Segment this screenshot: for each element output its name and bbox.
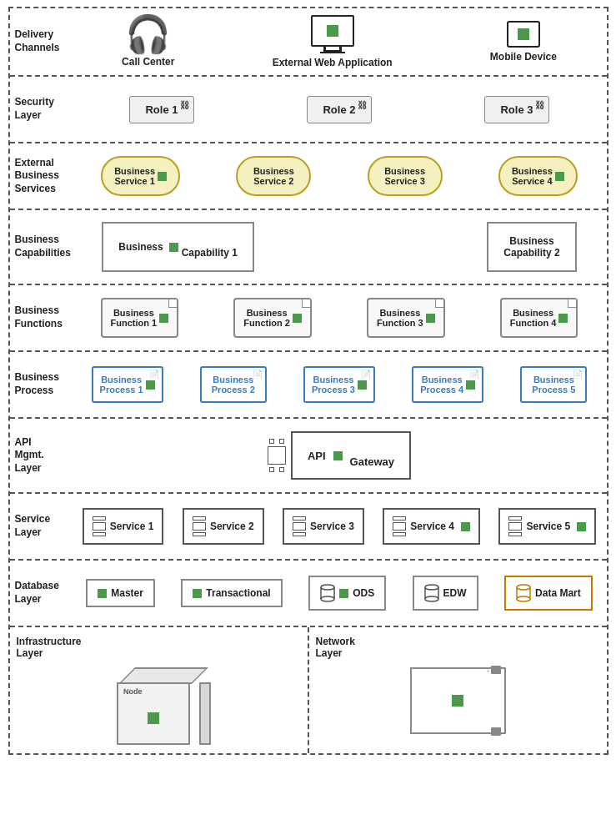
- delivery-web-app: External Web Application: [273, 15, 393, 68]
- database-layer: DatabaseLayer Master Transactional ODS: [10, 561, 607, 627]
- svg-point-0: [321, 585, 334, 590]
- node-top-face: [118, 667, 208, 684]
- svg-point-11: [517, 596, 530, 601]
- svg-point-3: [321, 596, 334, 601]
- business-functions-layer: BusinessFunctions BusinessFunction 1 Bus…: [10, 285, 607, 352]
- delivery-mobile: Mobile Device: [490, 21, 557, 63]
- svg-point-7: [425, 596, 438, 601]
- external-biz-services-layer: ExternalBusinessServices BusinessService…: [10, 143, 607, 210]
- mobile-label: Mobile Device: [490, 51, 557, 63]
- business-process-layer: BusinessProcess 📄 BusinessProcess 1 📄 Bu…: [10, 352, 607, 419]
- ext-biz-label: ExternalBusinessServices: [15, 157, 78, 196]
- service-plug-1: [93, 516, 106, 536]
- service-plug-4: [393, 516, 406, 536]
- api-mgmt-layer: APIMgmt.Layer API Gateway: [10, 419, 607, 494]
- infrastructure-layer: InfrastructureLayer Node: [10, 627, 309, 753]
- role1-box: ⛓ Role 1: [129, 96, 193, 123]
- delivery-call-center: 🎧 Call Center: [122, 16, 174, 68]
- service-5: Service 5: [498, 508, 596, 545]
- headset-icon: 🎧: [125, 16, 171, 53]
- role1-label: Role 1: [145, 103, 178, 116]
- monitor-icon: [311, 15, 354, 47]
- biz-function-1: BusinessFunction 1: [101, 298, 179, 338]
- api-mgmt-label: APIMgmt.Layer: [15, 436, 78, 475]
- cylinder-icon3: [516, 584, 531, 602]
- api-plug-icon: [268, 439, 286, 472]
- infra-network-row: InfrastructureLayer Node NetworkLay: [10, 627, 607, 753]
- architecture-diagram: DeliveryChannels 🎧 Call Center External …: [8, 7, 608, 755]
- service-plug-2: [193, 516, 206, 536]
- service-4: Service 4: [383, 508, 480, 545]
- database-label: DatabaseLayer: [15, 580, 78, 606]
- link-icon3: ⛓: [535, 100, 544, 110]
- biz-process-1: 📄 BusinessProcess 1: [92, 366, 163, 403]
- network-label: NetworkLayer: [316, 636, 600, 659]
- cylinder-icon: [320, 584, 335, 602]
- node-label: Node: [123, 687, 143, 696]
- db-datamart: Data Mart: [504, 576, 593, 611]
- link-icon: ⛓: [180, 100, 189, 110]
- tablet-icon: [507, 21, 540, 48]
- svg-point-4: [425, 585, 438, 590]
- network-frame: [410, 667, 506, 734]
- biz-function-2: BusinessFunction 2: [233, 298, 312, 338]
- service-layer-label: ServiceLayer: [15, 513, 78, 539]
- role2-box: ⛓ Role 2: [307, 96, 371, 123]
- corner-fold-network: [488, 671, 503, 686]
- db-transactional: Transactional: [181, 579, 282, 607]
- cylinder-icon2: [424, 584, 439, 602]
- api-gateway-box: API Gateway: [291, 431, 411, 480]
- biz-process-3: 📄 BusinessProcess 3: [303, 366, 375, 403]
- biz-process-4: 📄 BusinessProcess 4: [412, 366, 483, 403]
- service-plug-3: [293, 516, 306, 536]
- db-ods: ODS: [308, 576, 386, 611]
- node-side-face: [199, 682, 211, 745]
- biz-service-4: BusinessService 4: [498, 156, 578, 196]
- biz-process-2: 📄 BusinessProcess 2: [200, 366, 267, 403]
- call-center-label: Call Center: [122, 56, 174, 68]
- network-layer: NetworkLayer: [309, 627, 607, 753]
- db-edw: EDW: [413, 576, 478, 611]
- service-1: Service 1: [83, 508, 164, 545]
- role3-box: ⛓ Role 3: [484, 96, 548, 123]
- biz-service-3: BusinessService 3: [368, 156, 443, 196]
- delivery-channels-label: DeliveryChannels: [15, 28, 78, 54]
- security-layer: SecurityLayer ⛓ Role 1 ⛓ Role 2 ⛓ Role 3: [10, 77, 607, 143]
- biz-capability-2: BusinessCapability 2: [487, 222, 576, 272]
- db-master: Master: [86, 579, 155, 607]
- node-3d-box: Node: [117, 682, 200, 745]
- delivery-channels-layer: DeliveryChannels 🎧 Call Center External …: [10, 8, 607, 77]
- link-icon2: ⛓: [358, 100, 367, 110]
- node-front-face: Node: [117, 682, 190, 745]
- biz-service-1: BusinessService 1: [101, 156, 180, 196]
- security-label: SecurityLayer: [15, 96, 78, 122]
- biz-capability-1: Business Capability 1: [102, 222, 254, 272]
- biz-function-3: BusinessFunction 3: [367, 298, 445, 338]
- biz-cap-label: BusinessCapabilities: [15, 234, 78, 259]
- role2-label: Role 2: [323, 103, 355, 116]
- biz-service-2: BusinessService 2: [236, 156, 311, 196]
- biz-proc-label: BusinessProcess: [15, 371, 78, 397]
- service-2: Service 2: [183, 508, 264, 545]
- web-app-label: External Web Application: [273, 57, 393, 68]
- biz-function-4: BusinessFunction 4: [500, 298, 578, 338]
- biz-func-label: BusinessFunctions: [15, 304, 78, 330]
- svg-point-8: [517, 585, 530, 590]
- biz-process-5: 📄 BusinessProcess 5: [520, 366, 587, 403]
- business-capabilities-layer: BusinessCapabilities Business Capability…: [10, 210, 607, 285]
- infra-label: InfrastructureLayer: [17, 636, 301, 659]
- service-plug-5: [508, 516, 522, 536]
- film-notch-br: [491, 727, 501, 736]
- service-3: Service 3: [283, 508, 364, 545]
- service-layer: ServiceLayer Service 1 Service 2 Service…: [10, 494, 607, 561]
- role3-label: Role 3: [500, 103, 533, 116]
